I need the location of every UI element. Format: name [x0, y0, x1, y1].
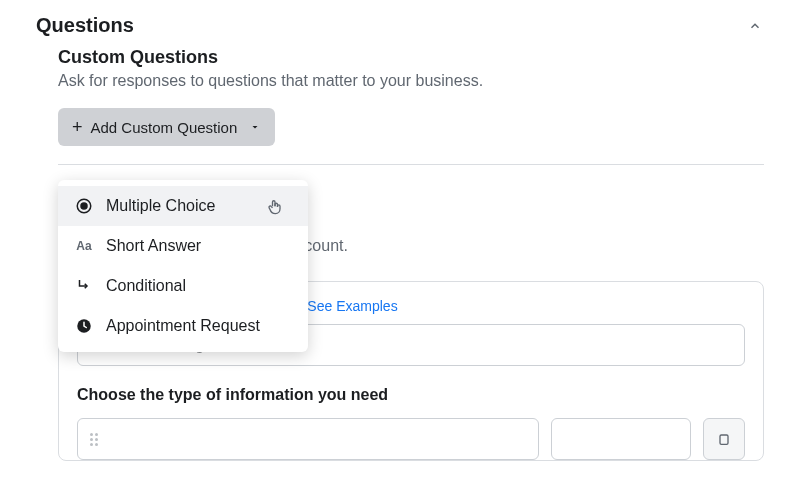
choose-info-type-label: Choose the type of information you need — [77, 386, 745, 404]
see-examples-link[interactable]: See Examples — [307, 298, 397, 314]
text-aa-icon: Aa — [74, 236, 94, 256]
section-title-questions: Questions — [36, 14, 134, 37]
conditional-arrow-icon — [74, 276, 94, 296]
add-custom-question-button[interactable]: + Add Custom Question — [58, 108, 275, 146]
caret-down-icon — [249, 119, 261, 136]
pointer-cursor-icon — [265, 196, 285, 222]
secondary-action-button[interactable] — [551, 418, 691, 460]
drag-handle-icon — [90, 433, 98, 446]
radio-selected-icon — [74, 196, 94, 216]
custom-questions-description: Ask for responses to questions that matt… — [58, 72, 764, 90]
custom-questions-title: Custom Questions — [58, 47, 764, 68]
chevron-up-icon[interactable] — [746, 17, 764, 35]
menu-item-conditional[interactable]: Conditional — [58, 266, 308, 306]
info-type-field[interactable] — [77, 418, 539, 460]
menu-item-short-answer[interactable]: Aa Short Answer — [58, 226, 308, 266]
menu-item-label: Conditional — [106, 277, 186, 295]
svg-point-1 — [81, 203, 87, 209]
menu-item-label: Appointment Request — [106, 317, 260, 335]
svg-rect-3 — [720, 435, 728, 444]
remove-item-button[interactable] — [703, 418, 745, 460]
plus-icon: + — [72, 118, 83, 136]
clock-icon — [74, 316, 94, 336]
menu-item-label: Short Answer — [106, 237, 201, 255]
divider — [58, 164, 764, 165]
add-custom-question-label: Add Custom Question — [91, 119, 238, 136]
menu-item-appointment-request[interactable]: Appointment Request — [58, 306, 308, 346]
menu-item-label: Multiple Choice — [106, 197, 215, 215]
